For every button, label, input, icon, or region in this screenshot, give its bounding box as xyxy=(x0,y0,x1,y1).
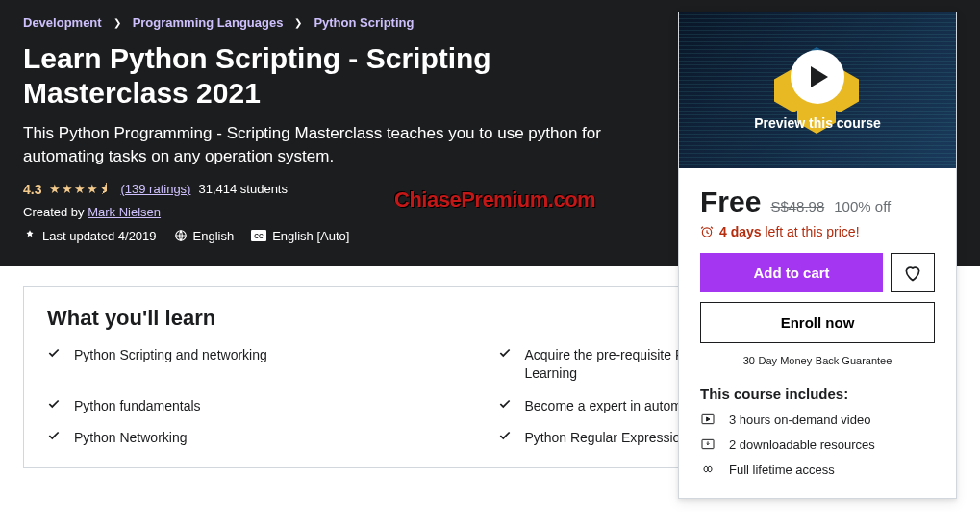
original-price: S$48.98 xyxy=(770,198,824,214)
captions-icon: CC xyxy=(251,230,266,241)
rating-row: 4.3 ★★★★⯨ (139 ratings) 31,414 students xyxy=(23,182,658,197)
check-icon xyxy=(47,346,61,384)
includes-item: Full lifetime access xyxy=(700,462,935,477)
captions-text: English [Auto] xyxy=(272,229,349,243)
check-icon xyxy=(498,397,512,416)
chevron-right-icon: ❯ xyxy=(113,17,121,28)
check-icon xyxy=(47,429,61,448)
creator-link[interactable]: Mark Nielsen xyxy=(88,205,161,219)
price-timer: 4 days left at this price! xyxy=(700,224,935,239)
learn-item: Python fundamentals xyxy=(47,397,483,416)
includes-text: 3 hours on-demand video xyxy=(729,412,870,427)
badge-icon xyxy=(23,229,37,242)
price: Free xyxy=(700,186,761,218)
course-subtitle: This Python Programming - Scripting Mast… xyxy=(23,122,658,168)
check-icon xyxy=(498,429,512,448)
captions: CC English [Auto] xyxy=(251,229,349,243)
infinity-icon xyxy=(700,462,716,477)
purchase-sidebar: Preview this course Free S$48.98 100% of… xyxy=(678,12,957,499)
last-updated: Last updated 4/2019 xyxy=(23,229,157,243)
timer-days: 4 days xyxy=(719,224,762,239)
learn-item: Python Scripting and networking xyxy=(47,346,483,384)
ratings-link[interactable]: (139 ratings) xyxy=(120,182,190,196)
creator-prefix: Created by xyxy=(23,205,88,219)
creator-line: Created by Mark Nielsen xyxy=(23,205,658,219)
course-title: Learn Python Scripting - Scripting Maste… xyxy=(23,41,658,111)
star-icons: ★★★★⯨ xyxy=(49,182,113,196)
rating-value: 4.3 xyxy=(23,182,41,197)
video-icon xyxy=(700,412,716,427)
learn-text: Python Networking xyxy=(74,429,188,448)
learn-text: Python fundamentals xyxy=(74,397,201,416)
preview-label: Preview this course xyxy=(754,115,881,131)
check-icon xyxy=(498,346,512,384)
includes-item: 3 hours on-demand video xyxy=(700,412,935,427)
globe-icon xyxy=(174,229,188,242)
includes-heading: This course includes: xyxy=(700,386,935,402)
learn-text: Python Regular Expression xyxy=(525,429,689,448)
wishlist-button[interactable] xyxy=(891,253,935,292)
enroll-now-button[interactable]: Enroll now xyxy=(700,302,935,343)
money-back-guarantee: 30-Day Money-Back Guarantee xyxy=(700,355,935,366)
learn-text: Python Scripting and networking xyxy=(74,346,267,384)
timer-rest: left at this price! xyxy=(762,224,860,239)
breadcrumb-link[interactable]: Python Scripting xyxy=(314,15,414,30)
download-icon xyxy=(700,437,716,452)
check-icon xyxy=(47,397,61,416)
add-to-cart-button[interactable]: Add to cart xyxy=(700,253,883,292)
learn-item: Python Networking xyxy=(47,429,483,448)
chevron-right-icon: ❯ xyxy=(294,17,302,28)
svg-text:CC: CC xyxy=(254,233,264,239)
includes-text: 2 downloadable resources xyxy=(729,437,875,452)
heart-icon xyxy=(903,263,922,283)
discount-percent: 100% off xyxy=(834,198,891,214)
language-text: English xyxy=(193,229,235,243)
breadcrumb-link[interactable]: Programming Languages xyxy=(133,15,284,30)
language: English xyxy=(174,229,235,243)
preview-course-button[interactable]: Preview this course xyxy=(679,12,956,168)
breadcrumb-link[interactable]: Development xyxy=(23,15,102,30)
includes-text: Full lifetime access xyxy=(729,462,835,477)
students-count: 31,414 students xyxy=(198,182,288,196)
updated-text: Last updated 4/2019 xyxy=(42,229,157,243)
includes-item: 2 downloadable resources xyxy=(700,437,935,452)
play-icon xyxy=(791,50,844,104)
alarm-icon xyxy=(700,225,714,238)
